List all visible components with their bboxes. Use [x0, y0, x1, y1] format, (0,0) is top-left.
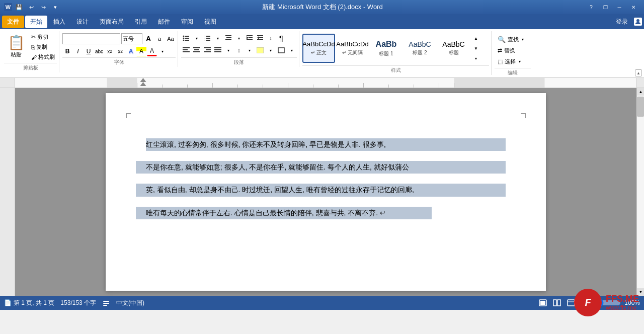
ribbon: 📋 粘贴 ✂ 剪切 ⎘ 复制 🖌 格式刷: [0, 29, 644, 78]
multilevel-btn[interactable]: [223, 33, 233, 43]
italic-btn[interactable]: I: [73, 46, 83, 56]
font-color-dropdown[interactable]: ▾: [157, 46, 168, 56]
borders-btn[interactable]: [276, 45, 286, 55]
svg-rect-21: [257, 35, 263, 36]
bullets-btn[interactable]: [181, 33, 191, 43]
select-dropdown[interactable]: ▾: [519, 59, 521, 64]
scroll-up-btn[interactable]: ▲: [637, 88, 644, 96]
vertical-scrollbar[interactable]: ▲ ▼: [636, 88, 644, 296]
menu-review[interactable]: 审阅: [176, 16, 198, 28]
menu-mailings[interactable]: 邮件: [153, 16, 175, 28]
align-left-btn[interactable]: [181, 45, 191, 55]
menu-insert[interactable]: 插入: [48, 16, 70, 28]
style-nospacing[interactable]: AaBbCcDd ↵ 无间隔: [336, 34, 369, 63]
styles-scroll: ▲ ▼ ▾: [471, 32, 481, 64]
find-button[interactable]: 🔍 查找 ▾: [495, 34, 527, 45]
select-button[interactable]: ⬚ 选择 ▾: [495, 56, 527, 67]
text-content[interactable]: 红尘滚滚, 过客匆匆, 很多时候, 你还来不及转身回眸, 早已是物是人非. 很多…: [146, 138, 506, 219]
numbering-btn[interactable]: 1.2.3.: [202, 33, 212, 43]
page-info[interactable]: 📄 第 1 页, 共 1 页: [4, 299, 54, 307]
highlight-btn[interactable]: A: [136, 46, 146, 56]
indent-btn[interactable]: [255, 33, 265, 43]
line-spacing-dropdown[interactable]: ▾: [245, 45, 255, 55]
para-text-1[interactable]: 红尘滚滚, 过客匆匆, 很多时候, 你还来不及转身回眸, 早已是物是人非. 很多…: [146, 138, 506, 151]
qat-more-btn[interactable]: ▾: [50, 2, 60, 12]
svg-rect-30: [204, 47, 211, 48]
styles-expand[interactable]: ▾: [471, 53, 481, 63]
read-mode-btn[interactable]: [552, 298, 562, 308]
text-effects-btn[interactable]: A: [126, 46, 136, 56]
scroll-track[interactable]: [637, 96, 644, 288]
save-qat-btn[interactable]: 💾: [14, 2, 24, 12]
styles-scroll-down[interactable]: ▼: [471, 43, 481, 53]
sort-btn[interactable]: ↕: [266, 33, 276, 43]
copy-button[interactable]: ⎘ 复制: [29, 42, 57, 52]
help-btn[interactable]: ?: [585, 2, 598, 12]
paste-button[interactable]: 📋 粘贴: [4, 32, 28, 61]
track-changes-indicator[interactable]: [102, 299, 110, 307]
svg-rect-36: [257, 47, 264, 53]
restore-btn[interactable]: ❐: [599, 2, 612, 12]
close-btn[interactable]: ✕: [627, 2, 640, 12]
style-normal[interactable]: AaBbCcDd ↵ 正文: [302, 34, 335, 63]
menu-home[interactable]: 开始: [25, 16, 47, 28]
style-h2[interactable]: AaBbC 标题 2: [404, 34, 436, 63]
outdent-btn[interactable]: [245, 33, 255, 43]
menu-view[interactable]: 视图: [199, 16, 221, 28]
font-family-input[interactable]: [62, 33, 120, 44]
style-title-name: 标题: [449, 49, 459, 56]
superscript-btn[interactable]: x2: [115, 46, 125, 56]
svg-rect-19: [247, 39, 253, 40]
shading-btn[interactable]: [255, 45, 265, 55]
menu-references[interactable]: 引用: [130, 16, 152, 28]
line-spacing-btn[interactable]: ↕: [234, 45, 244, 55]
print-layout-btn[interactable]: [538, 298, 548, 308]
shading-dropdown[interactable]: ▾: [266, 45, 276, 55]
multilevel-dropdown[interactable]: ▾: [234, 33, 244, 43]
show-marks-btn[interactable]: ¶: [276, 33, 286, 43]
bold-btn[interactable]: B: [62, 46, 72, 56]
justify-dropdown[interactable]: ▾: [223, 45, 233, 55]
find-dropdown[interactable]: ▾: [522, 37, 524, 42]
font-shrink-btn[interactable]: a: [154, 34, 165, 44]
font-grow-btn[interactable]: A: [143, 34, 153, 44]
strikethrough-btn[interactable]: abc: [94, 46, 104, 56]
subscript-btn[interactable]: x2: [105, 46, 115, 56]
justify-btn[interactable]: [213, 45, 223, 55]
style-h2-name: 标题 2: [413, 49, 427, 56]
svg-rect-34: [214, 49, 221, 50]
ruler-right-end: [636, 78, 644, 88]
style-title[interactable]: AaBbC 标题: [437, 34, 470, 63]
align-center-btn[interactable]: [192, 45, 202, 55]
clear-format-btn[interactable]: Aa: [166, 34, 176, 44]
font-color-btn[interactable]: A: [147, 46, 157, 56]
format-painter-button[interactable]: 🖌 格式刷: [29, 52, 57, 62]
align-right-btn[interactable]: [202, 45, 212, 55]
style-h1[interactable]: AaBb 标题 1: [370, 34, 403, 63]
page-container[interactable]: 红尘滚滚, 过客匆匆, 很多时候, 你还来不及转身回眸, 早已是物是人非. 很多…: [15, 88, 636, 296]
replace-button[interactable]: ⇄ 替换: [495, 45, 527, 56]
cut-button[interactable]: ✂ 剪切: [29, 32, 57, 42]
borders-dropdown[interactable]: ▾: [287, 45, 297, 55]
font-size-input[interactable]: [121, 33, 142, 44]
bullets-dropdown[interactable]: ▾: [192, 33, 202, 43]
paragraph-group: ▾ 1.2.3. ▾ ▾ ↕ ¶: [179, 31, 299, 67]
menu-design[interactable]: 设计: [71, 16, 94, 28]
para-text-4[interactable]: 唯有每天的心情常伴于左右. 心情是自己最长情的陪伴, 悲喜与共, 不离不弃. ↵: [136, 207, 506, 219]
underline-btn[interactable]: U: [84, 46, 94, 56]
language-info[interactable]: 中文(中国): [116, 299, 144, 307]
menu-file[interactable]: 文件: [2, 16, 24, 28]
word-count-info[interactable]: 153/153 个字: [60, 299, 96, 307]
scroll-thumb[interactable]: [637, 97, 644, 117]
styles-scroll-up[interactable]: ▲: [471, 33, 481, 43]
para-text-3[interactable]: 英, 看似自由, 却总是身不由己. 时过境迁, 回望人生, 唯有曾经的过往永存于…: [136, 184, 506, 196]
login-button[interactable]: 登录: [612, 17, 632, 27]
undo-qat-btn[interactable]: ↩: [26, 2, 36, 12]
svg-rect-18: [249, 37, 253, 38]
ribbon-collapse-btn[interactable]: ▲: [635, 69, 642, 76]
para-text-2[interactable]: 不是你在意, 就能够如意; 很多人, 不是你在乎, 就能够留住. 每个人的人生,…: [136, 161, 506, 174]
redo-qat-btn[interactable]: ↪: [38, 2, 48, 12]
numbering-dropdown[interactable]: ▾: [213, 33, 223, 43]
minimize-btn[interactable]: ─: [613, 2, 626, 12]
menu-layout[interactable]: 页面布局: [95, 16, 129, 28]
